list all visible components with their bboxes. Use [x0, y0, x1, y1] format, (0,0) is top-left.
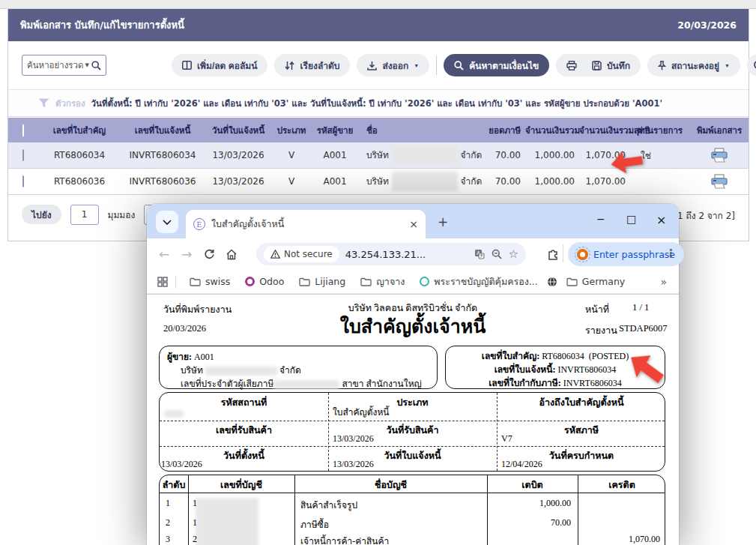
col-invoice-no[interactable]: เลขที่ใบแจ้งหนี้	[121, 124, 205, 137]
back-icon[interactable]: ←	[153, 247, 175, 262]
invoice-no-label: เลขที่ใบแจ้งหนี้:	[495, 364, 556, 375]
toolbar: ค้นหาอย่างรวดเร็ ▼ เพิ่ม/ลด คอลัมน์ เรีย…	[8, 41, 749, 89]
acct-account-no: 1	[193, 498, 197, 509]
status-button[interactable]: สถานะคงอยู่ ▼	[647, 54, 740, 76]
browser-menu-icon[interactable]: ⋮	[665, 247, 677, 260]
col-invoice-date[interactable]: วันที่ใบแจ้งหนี้	[205, 124, 272, 137]
col-type[interactable]: ประเภท	[272, 124, 311, 137]
tax-code-value: V7	[501, 433, 512, 445]
zoom-out-icon[interactable]	[492, 249, 502, 259]
goto-button[interactable]: ไปยัง	[22, 205, 61, 224]
bookmark-folder-swiss[interactable]: swiss	[184, 276, 236, 287]
tab-search-button[interactable]	[156, 211, 178, 233]
col-vendor-code[interactable]: รหัสผู้ขาย	[311, 124, 359, 137]
col-total[interactable]: จำนวนเงินรวม	[525, 124, 579, 137]
extension-icon[interactable]	[547, 247, 560, 260]
printer-icon	[710, 148, 728, 163]
home-icon[interactable]	[220, 249, 243, 260]
bookmark-odoo[interactable]: Odoo	[239, 276, 290, 287]
apps-grid-icon[interactable]	[157, 277, 168, 287]
vendor-label: ผู้ขาย:	[167, 352, 192, 362]
row-checkbox[interactable]	[22, 149, 24, 161]
page-title: พิมพ์เอกสาร บันทึก/แก้ไขรายการตั้งหนี้	[20, 17, 184, 33]
forward-icon[interactable]: →	[175, 247, 198, 262]
not-secure-chip[interactable]: Not secure	[264, 246, 339, 262]
site-icon	[420, 277, 429, 286]
bookmark-folder-nha-trang[interactable]: ญาจาง	[354, 274, 411, 289]
chevron-down-icon: ▼	[725, 63, 730, 68]
browser-titlebar[interactable]: É ใบสำคัญตั้งเจ้าหนี้ × + − □ ×	[147, 204, 679, 238]
bookmark-star-icon[interactable]: ☆	[509, 247, 518, 261]
col-posted[interactable]: ผ่านรายการ	[630, 124, 690, 137]
download-icon	[367, 61, 377, 70]
page-input[interactable]: 1	[70, 205, 99, 225]
reload-icon[interactable]	[198, 249, 220, 260]
acct-col-account-name: ชื่อบัญชี	[294, 478, 487, 493]
globe-icon[interactable]	[547, 277, 557, 287]
redacted-text	[392, 172, 458, 191]
export-button[interactable]: ส่งออก ▼	[357, 54, 429, 76]
bookmark-folder-lijiang[interactable]: Lijiang	[293, 276, 351, 287]
acct-debit: 70.00	[487, 517, 571, 529]
printer-icon	[566, 61, 577, 70]
tab-close-icon[interactable]: ×	[409, 218, 418, 230]
filter-icon	[38, 98, 49, 108]
tab-favicon-icon: É	[193, 218, 205, 230]
refresh-button[interactable]	[747, 54, 756, 76]
bookmark-pdpa[interactable]: พระราชบัญญัติคุ้มครอง...	[414, 274, 543, 289]
col-print[interactable]: พิมพ์เอกสาร	[690, 124, 749, 137]
type-value: ใบสำคัญตั้งหนี้	[333, 405, 390, 419]
cell-tax: 70.00	[488, 150, 525, 160]
maximize-button[interactable]: □	[626, 213, 636, 225]
acct-col-no: ลำดับ	[160, 478, 188, 493]
minimize-button[interactable]: −	[596, 213, 605, 225]
url-text[interactable]: 43.254.133.21...	[345, 249, 426, 260]
acct-col-credit: เครดิต	[578, 478, 666, 493]
address-bar[interactable]: Not secure 43.254.133.21... A ☆	[256, 243, 526, 265]
save-label: บันทึก	[607, 58, 630, 73]
browser-tab[interactable]: É ใบสำคัญตั้งเจ้าหนี้ ×	[186, 210, 426, 238]
account-table-box: ลำดับ เลขที่บัญชี ชื่อบัญชี เดบิต เครดิต…	[159, 475, 665, 545]
screen: พิมพ์เอกสาร บันทึก/แก้ไขรายการตั้งหนี้ 2…	[0, 0, 756, 545]
cell-invoice-no: INVRT6806036	[121, 176, 205, 187]
new-tab-button[interactable]: +	[438, 214, 448, 229]
cell-name: บริษัท จำกัด	[359, 172, 488, 191]
page-no-label: หน้าที่	[585, 302, 609, 317]
table-row[interactable]: RT6806036 INVRT6806036 13/03/2026 V A001…	[8, 169, 749, 195]
save-button[interactable]: บันทึก	[581, 54, 641, 76]
refresh-icon	[753, 60, 756, 70]
close-button[interactable]: ×	[656, 213, 666, 227]
folder-icon	[566, 277, 578, 286]
annotation-arrow-posted-doc	[626, 351, 668, 386]
row-print-button[interactable]	[690, 148, 749, 163]
acct-account-name: สินค้าสำเร็จรูป	[300, 498, 357, 512]
sort-button[interactable]: เรียงลำดับ	[274, 54, 350, 76]
report-code-label: รายงาน	[585, 323, 617, 338]
chevron-down-icon[interactable]: ▼	[85, 63, 89, 68]
search-icon[interactable]	[91, 61, 101, 70]
vendor-box: ผู้ขาย: A001 บริษัท จำกัด เลขที่ประจำตัว…	[159, 346, 438, 389]
col-tax[interactable]: ยอดภาษี	[488, 124, 525, 137]
cell-invoice-date: 13/03/2026	[205, 150, 272, 160]
add-remove-columns-button[interactable]: เพิ่ม/ลด คอลัมน์	[172, 54, 267, 76]
bookmarks-overflow-icon[interactable]: »	[660, 276, 667, 288]
row-checkbox[interactable]	[22, 175, 24, 187]
folder-icon	[190, 277, 201, 286]
passphrase-alert-icon	[577, 249, 588, 260]
bookmark-folder-germany[interactable]: Germany	[560, 276, 631, 287]
select-all-checkbox[interactable]	[22, 124, 24, 136]
quick-search-input[interactable]: ค้นหาอย่างรวดเร็ ▼	[22, 55, 106, 76]
chevron-down-icon: ▼	[414, 63, 419, 68]
translate-icon[interactable]: A	[474, 249, 485, 259]
folder-icon	[299, 277, 310, 286]
invoice-date-value: 13/03/2026	[333, 459, 374, 470]
col-net[interactable]: จำนวนเงินรวมสุทธิ	[579, 124, 630, 137]
table-divider	[160, 493, 665, 493]
row-print-button[interactable]	[690, 174, 749, 190]
redacted-text	[164, 410, 184, 418]
col-voucher-no[interactable]: เลขที่ใบสำคัญ	[38, 124, 121, 137]
chevron-down-icon	[163, 220, 172, 225]
search-by-criteria-button[interactable]: ค้นหาตามเงื่อนไข	[444, 54, 549, 76]
voucher-no-label: เลขที่ใบสำคัญ:	[482, 351, 539, 361]
col-name[interactable]: ชื่อ	[359, 124, 488, 137]
